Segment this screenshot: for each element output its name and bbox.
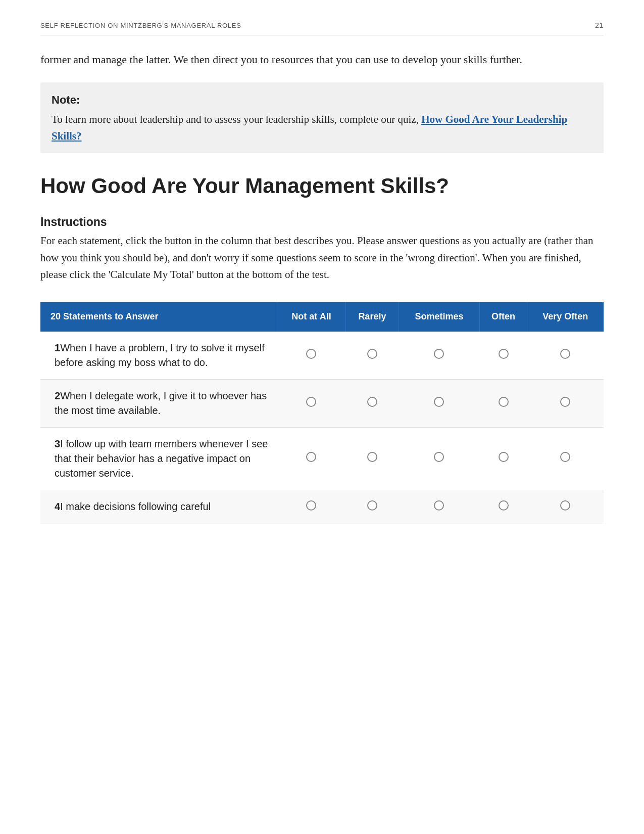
intro-paragraph: former and manage the latter. We then di… bbox=[40, 51, 604, 68]
radio-cell-2-4[interactable] bbox=[480, 379, 527, 427]
radio-cell-4-1[interactable] bbox=[277, 490, 345, 524]
radio-cell-3-3[interactable] bbox=[399, 427, 480, 490]
statement-cell: 3I follow up with team members whenever … bbox=[40, 427, 277, 490]
radio-button-1-4[interactable] bbox=[499, 349, 509, 359]
note-text: To learn more about leadership and to as… bbox=[52, 111, 592, 144]
statement-cell: 1When I have a problem, I try to solve i… bbox=[40, 332, 277, 380]
radio-button-2-2[interactable] bbox=[367, 397, 377, 407]
radio-cell-4-3[interactable] bbox=[399, 490, 480, 524]
radio-button-2-3[interactable] bbox=[434, 397, 444, 407]
radio-cell-2-3[interactable] bbox=[399, 379, 480, 427]
table-row: 2When I delegate work, I give it to whoe… bbox=[40, 379, 604, 427]
radio-button-4-3[interactable] bbox=[434, 500, 444, 511]
radio-cell-3-1[interactable] bbox=[277, 427, 345, 490]
col-header-often: Often bbox=[480, 302, 527, 332]
radio-button-1-5[interactable] bbox=[560, 349, 570, 359]
radio-cell-1-1[interactable] bbox=[277, 332, 345, 380]
table-header-row: 20 Statements to Answer Not at All Rarel… bbox=[40, 302, 604, 332]
radio-cell-1-4[interactable] bbox=[480, 332, 527, 380]
radio-button-3-3[interactable] bbox=[434, 452, 444, 462]
radio-button-1-3[interactable] bbox=[434, 349, 444, 359]
col-header-very-often: Very Often bbox=[527, 302, 604, 332]
radio-button-3-1[interactable] bbox=[306, 452, 316, 462]
radio-cell-3-5[interactable] bbox=[527, 427, 604, 490]
col-header-not-at-all: Not at All bbox=[277, 302, 345, 332]
radio-button-2-5[interactable] bbox=[560, 397, 570, 407]
instructions-text: For each statement, click the button in … bbox=[40, 233, 604, 284]
radio-button-4-5[interactable] bbox=[560, 500, 570, 511]
section-title: How Good Are Your Management Skills? bbox=[40, 173, 604, 199]
col-header-sometimes: Sometimes bbox=[399, 302, 480, 332]
statement-number: 2 bbox=[55, 390, 60, 401]
note-box: Note: To learn more about leadership and… bbox=[40, 82, 604, 153]
radio-button-3-4[interactable] bbox=[499, 452, 509, 462]
radio-button-2-4[interactable] bbox=[499, 397, 509, 407]
radio-cell-4-2[interactable] bbox=[346, 490, 399, 524]
radio-cell-1-5[interactable] bbox=[527, 332, 604, 380]
page-header: SELF REFLECTION ON MINTZBERG'S MANAGERAL… bbox=[40, 20, 604, 35]
statement-cell: 4I make decisions following careful bbox=[40, 490, 277, 524]
radio-button-1-2[interactable] bbox=[367, 349, 377, 359]
radio-cell-2-5[interactable] bbox=[527, 379, 604, 427]
radio-cell-1-3[interactable] bbox=[399, 332, 480, 380]
statement-number: 4 bbox=[55, 501, 60, 512]
radio-cell-4-5[interactable] bbox=[527, 490, 604, 524]
instructions-label: Instructions bbox=[40, 213, 604, 231]
statement-cell: 2When I delegate work, I give it to whoe… bbox=[40, 379, 277, 427]
radio-cell-1-2[interactable] bbox=[346, 332, 399, 380]
radio-cell-3-2[interactable] bbox=[346, 427, 399, 490]
radio-button-4-1[interactable] bbox=[306, 500, 316, 511]
radio-button-4-4[interactable] bbox=[499, 500, 509, 511]
table-row: 1When I have a problem, I try to solve i… bbox=[40, 332, 604, 380]
radio-button-2-1[interactable] bbox=[306, 397, 316, 407]
header-page-number: 21 bbox=[595, 20, 604, 31]
radio-cell-3-4[interactable] bbox=[480, 427, 527, 490]
table-row: 4I make decisions following careful bbox=[40, 490, 604, 524]
table-row: 3I follow up with team members whenever … bbox=[40, 427, 604, 490]
radio-cell-2-1[interactable] bbox=[277, 379, 345, 427]
statement-number: 3 bbox=[55, 438, 60, 449]
radio-button-4-2[interactable] bbox=[367, 500, 377, 511]
header-title: SELF REFLECTION ON MINTZBERG'S MANAGERAL… bbox=[40, 21, 241, 31]
radio-button-1-1[interactable] bbox=[306, 349, 316, 359]
radio-button-3-2[interactable] bbox=[367, 452, 377, 462]
radio-cell-4-4[interactable] bbox=[480, 490, 527, 524]
col-header-rarely: Rarely bbox=[346, 302, 399, 332]
note-label: Note: bbox=[52, 91, 592, 108]
col-header-statements: 20 Statements to Answer bbox=[40, 302, 277, 332]
radio-cell-2-2[interactable] bbox=[346, 379, 399, 427]
statement-number: 1 bbox=[55, 342, 60, 353]
quiz-table: 20 Statements to Answer Not at All Rarel… bbox=[40, 302, 604, 524]
radio-button-3-5[interactable] bbox=[560, 452, 570, 462]
